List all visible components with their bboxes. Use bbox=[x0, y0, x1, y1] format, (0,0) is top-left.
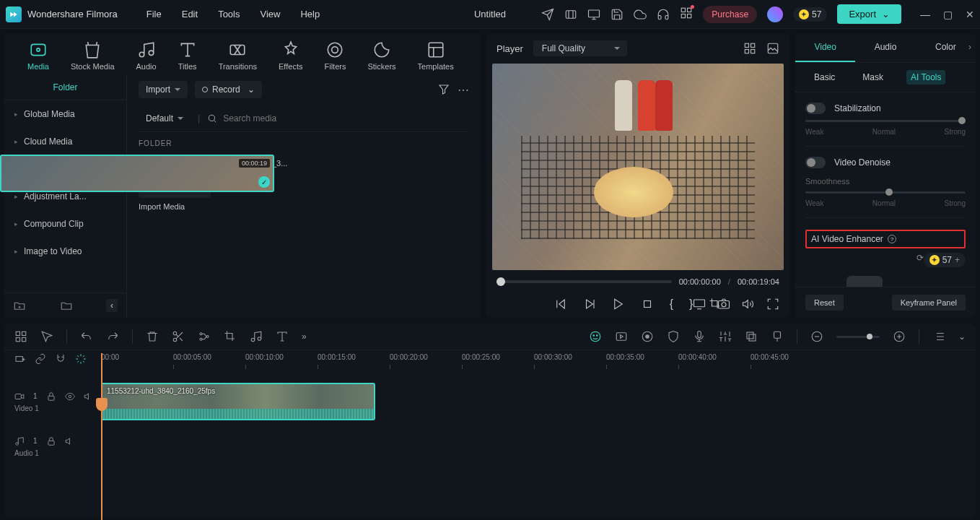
volume-icon[interactable] bbox=[742, 298, 755, 311]
tab-filters[interactable]: Filters bbox=[324, 40, 346, 71]
play-pause-icon[interactable] bbox=[583, 298, 596, 311]
tab-stickers[interactable]: Stickers bbox=[367, 40, 395, 71]
mic-icon[interactable] bbox=[693, 330, 706, 343]
refresh-icon[interactable]: ⟳ bbox=[916, 253, 924, 263]
more-tools-icon[interactable]: » bbox=[302, 332, 307, 342]
timeline-options-icon[interactable]: ⌄ bbox=[958, 332, 966, 342]
enhancer-credits[interactable]: ✦57+ bbox=[924, 253, 966, 267]
tab-media[interactable]: Media bbox=[27, 40, 49, 71]
share-icon[interactable] bbox=[615, 330, 628, 343]
cursor-icon[interactable] bbox=[40, 330, 53, 343]
cloud-icon[interactable] bbox=[634, 8, 647, 21]
help-icon[interactable]: ? bbox=[888, 235, 896, 243]
subtab-ai-tools[interactable]: AI Tools bbox=[906, 70, 945, 84]
prop-tab-color[interactable]: Color bbox=[916, 33, 976, 62]
select-tool-icon[interactable] bbox=[14, 330, 27, 343]
zoom-slider[interactable] bbox=[836, 336, 880, 338]
shield-icon[interactable] bbox=[667, 330, 680, 343]
send-icon[interactable] bbox=[541, 8, 554, 21]
export-button[interactable]: Export⌄ bbox=[837, 4, 901, 24]
snapshot-icon[interactable] bbox=[717, 298, 730, 311]
cut-icon[interactable] bbox=[172, 330, 185, 343]
library-icon[interactable] bbox=[564, 8, 577, 21]
playhead[interactable] bbox=[101, 353, 102, 520]
credits-pill[interactable]: ✦57 bbox=[793, 7, 827, 22]
denoise-toggle[interactable] bbox=[805, 157, 826, 168]
close-button[interactable]: ✕ bbox=[966, 9, 974, 20]
tab-titles[interactable]: Titles bbox=[178, 40, 197, 71]
zoom-in-icon[interactable] bbox=[893, 330, 906, 343]
magnet-icon[interactable] bbox=[55, 353, 66, 365]
grid-view-icon[interactable] bbox=[743, 42, 756, 55]
marker-icon[interactable] bbox=[771, 330, 784, 343]
menu-edit[interactable]: Edit bbox=[182, 9, 198, 20]
mark-in-icon[interactable]: { bbox=[670, 298, 673, 311]
image-icon[interactable] bbox=[766, 42, 779, 55]
menu-view[interactable]: View bbox=[260, 9, 280, 20]
purchase-button[interactable]: Purchase bbox=[703, 6, 757, 23]
preview-scrubber[interactable] bbox=[496, 280, 672, 283]
mute-icon[interactable] bbox=[84, 391, 94, 402]
text-tool-icon[interactable] bbox=[276, 330, 289, 343]
adjust-icon[interactable] bbox=[719, 330, 732, 343]
more-icon[interactable]: ⋯ bbox=[458, 83, 469, 97]
search-input[interactable] bbox=[223, 113, 469, 124]
sidebar-item-global-media[interactable]: Global Media bbox=[4, 100, 126, 128]
split-icon[interactable] bbox=[198, 330, 211, 343]
reset-button[interactable]: Reset bbox=[805, 295, 844, 311]
stabilization-slider[interactable] bbox=[805, 120, 966, 122]
delete-icon[interactable] bbox=[146, 330, 159, 343]
record-tl-icon[interactable] bbox=[641, 330, 654, 343]
subtab-basic[interactable]: Basic bbox=[810, 70, 839, 84]
tab-audio[interactable]: Audio bbox=[136, 40, 157, 71]
link-icon[interactable] bbox=[35, 353, 46, 365]
filter-icon[interactable] bbox=[437, 83, 450, 96]
smoothness-slider[interactable] bbox=[805, 191, 966, 194]
prev-frame-icon[interactable] bbox=[554, 298, 567, 311]
undo-icon[interactable] bbox=[80, 330, 93, 343]
sidebar-item-compound-clip[interactable]: Compound Clip bbox=[4, 210, 126, 238]
menu-help[interactable]: Help bbox=[300, 9, 320, 20]
auto-icon[interactable] bbox=[75, 353, 87, 365]
media-clip-thumbnail[interactable]: 00:00:19 ✓ bbox=[0, 155, 274, 192]
new-folder-icon[interactable] bbox=[13, 299, 26, 312]
timeline-clip[interactable]: 11553212-uhd_3840_2160_25fps bbox=[101, 383, 375, 420]
monitor-icon[interactable] bbox=[587, 8, 600, 21]
display-icon[interactable] bbox=[693, 298, 706, 311]
import-dropdown[interactable]: Import bbox=[139, 81, 188, 98]
avatar[interactable] bbox=[767, 6, 783, 22]
save-icon[interactable] bbox=[611, 8, 624, 21]
folder-icon[interactable] bbox=[60, 299, 73, 312]
fullscreen-icon[interactable] bbox=[766, 298, 779, 311]
record-button[interactable]: Record⌄ bbox=[195, 81, 262, 98]
zoom-out-icon[interactable] bbox=[810, 330, 823, 343]
tab-templates[interactable]: Templates bbox=[418, 40, 454, 71]
apps-icon[interactable] bbox=[680, 6, 693, 22]
headphones-icon[interactable] bbox=[657, 8, 670, 21]
crop-tool-icon[interactable] bbox=[224, 330, 237, 343]
sidebar-item-cloud-media[interactable]: Cloud Media bbox=[4, 128, 126, 155]
prop-tab-video[interactable]: Video bbox=[795, 33, 855, 62]
list-icon[interactable] bbox=[932, 330, 945, 343]
layers-icon[interactable] bbox=[745, 330, 758, 343]
sort-dropdown[interactable]: Default bbox=[139, 110, 191, 127]
redo-icon[interactable] bbox=[106, 330, 119, 343]
menu-file[interactable]: File bbox=[146, 9, 162, 20]
track-add-icon[interactable] bbox=[14, 353, 26, 365]
eye-icon[interactable] bbox=[65, 391, 75, 402]
chevron-right-icon[interactable]: › bbox=[968, 42, 971, 52]
tab-stock-media[interactable]: Stock Media bbox=[71, 40, 115, 71]
stabilization-toggle[interactable] bbox=[805, 103, 826, 114]
lock-icon[interactable] bbox=[46, 391, 56, 402]
timeline-ruler[interactable]: 00:0000:00:05:0000:00:10:0000:00:15:0000… bbox=[101, 353, 966, 379]
menu-tools[interactable]: Tools bbox=[218, 9, 240, 20]
sidebar-item-image-to-video[interactable]: Image to Video bbox=[4, 238, 126, 265]
stop-icon[interactable] bbox=[641, 298, 654, 311]
prop-tab-audio[interactable]: Audio bbox=[855, 33, 915, 62]
keyframe-panel-button[interactable]: Keyframe Panel bbox=[892, 295, 966, 311]
collapse-sidebar-button[interactable]: ‹ bbox=[106, 299, 118, 312]
tab-effects[interactable]: Effects bbox=[279, 40, 302, 71]
mute-icon[interactable] bbox=[65, 436, 75, 446]
subtab-mask[interactable]: Mask bbox=[858, 70, 888, 84]
lock-icon[interactable] bbox=[46, 436, 56, 446]
